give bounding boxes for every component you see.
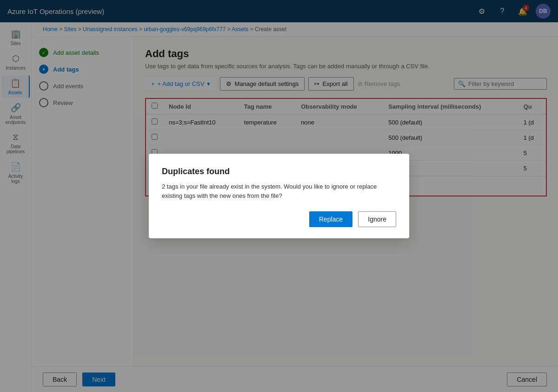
duplicates-dialog: Duplicates found 2 tags in your file alr… [149, 154, 409, 238]
ignore-button[interactable]: Ignore [358, 211, 396, 227]
dialog-title: Duplicates found [162, 167, 396, 176]
dialog-overlay: Duplicates found 2 tags in your file alr… [0, 0, 558, 392]
dialog-body: 2 tags in your file already exist in the… [162, 182, 396, 200]
replace-button[interactable]: Replace [309, 211, 352, 227]
dialog-actions: Replace Ignore [162, 211, 396, 227]
